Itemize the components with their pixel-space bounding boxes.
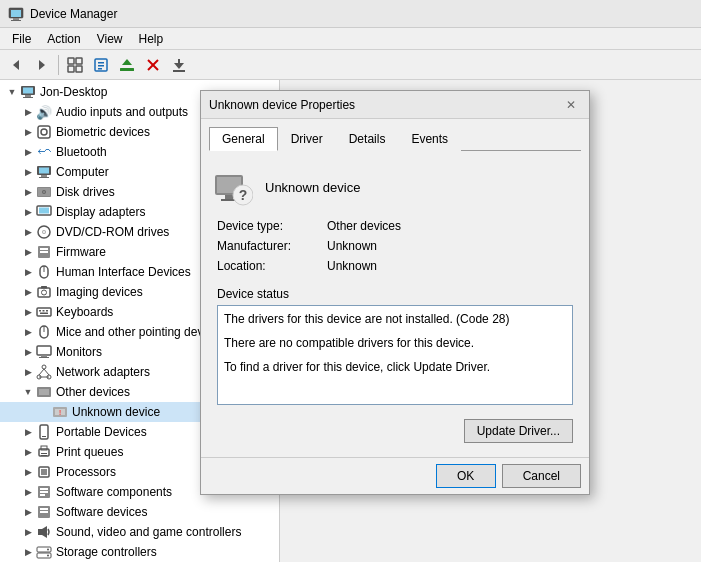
- tree-arrow-other: [20, 384, 36, 400]
- dvd-label: DVD/CD-ROM drives: [56, 225, 169, 239]
- device-status-label: Device status: [217, 287, 573, 301]
- svg-rect-1: [11, 10, 21, 17]
- sound-label: Sound, video and game controllers: [56, 525, 241, 539]
- prop-manufacturer-value: Unknown: [327, 239, 377, 253]
- tree-arrow-bluetooth: [20, 144, 36, 160]
- title-bar-icon: [8, 6, 24, 22]
- svg-rect-42: [40, 251, 48, 253]
- svg-point-34: [43, 191, 45, 193]
- bluetooth-label: Bluetooth: [56, 145, 107, 159]
- svg-rect-14: [120, 68, 134, 71]
- sw-dev-icon: [36, 504, 52, 520]
- sw-comp-icon: [36, 484, 52, 500]
- device-header-icon: ?: [213, 167, 253, 207]
- device-status-box: The drivers for this device are not inst…: [217, 305, 573, 405]
- tree-item-software-dev[interactable]: Software devices: [0, 502, 279, 522]
- dialog-body: General Driver Details Events: [201, 119, 589, 457]
- main-window: Device Manager File Action View Help: [0, 0, 701, 562]
- print-label: Print queues: [56, 445, 123, 459]
- svg-rect-12: [98, 65, 104, 67]
- dvd-icon: [36, 224, 52, 240]
- svg-rect-74: [41, 455, 47, 456]
- tab-events[interactable]: Events: [398, 127, 461, 151]
- tree-arrow-firmware: [20, 244, 36, 260]
- tree-item-sound[interactable]: Sound, video and game controllers: [0, 522, 279, 542]
- device-status-section: Device status The drivers for this devic…: [209, 287, 581, 413]
- cancel-button[interactable]: Cancel: [502, 464, 581, 488]
- tab-bar: General Driver Details Events: [209, 127, 581, 151]
- computer-icon2: [36, 164, 52, 180]
- update-driver-button[interactable]: Update Driver...: [464, 419, 573, 443]
- dialog-title-bar: Unknown device Properties ✕: [201, 91, 589, 119]
- tree-arrow-monitors: [20, 344, 36, 360]
- svg-rect-65: [39, 389, 49, 395]
- portable-label: Portable Devices: [56, 425, 147, 439]
- tree-item-storage[interactable]: Storage controllers: [0, 542, 279, 562]
- processors-label: Processors: [56, 465, 116, 479]
- tab-general[interactable]: General: [209, 127, 278, 151]
- svg-rect-20: [173, 70, 185, 72]
- svg-rect-82: [40, 508, 48, 510]
- svg-rect-24: [23, 97, 33, 98]
- properties-button[interactable]: [89, 53, 113, 77]
- svg-rect-30: [39, 177, 49, 178]
- disk-label: Disk drives: [56, 185, 115, 199]
- download-button[interactable]: [167, 53, 191, 77]
- tree-arrow-processors: [20, 464, 36, 480]
- tree-arrow-hid: [20, 264, 36, 280]
- prop-manufacturer-label: Manufacturer:: [217, 239, 327, 253]
- svg-line-62: [44, 369, 49, 375]
- firmware-label: Firmware: [56, 245, 106, 259]
- uninstall-button[interactable]: [141, 53, 165, 77]
- sw-comp-label: Software components: [56, 485, 172, 499]
- display-icon: [36, 204, 52, 220]
- tab-details[interactable]: Details: [336, 127, 399, 151]
- svg-rect-28: [39, 168, 49, 174]
- prop-location-value: Unknown: [327, 259, 377, 273]
- menu-action[interactable]: Action: [39, 30, 88, 48]
- content-area: Jon-Desktop 🔊 Audio inputs and outputs B…: [0, 80, 701, 562]
- svg-point-89: [47, 555, 49, 557]
- svg-point-88: [47, 549, 49, 551]
- unknown-device-dialog: Unknown device Properties ✕ General Driv…: [200, 90, 590, 495]
- menu-view[interactable]: View: [89, 30, 131, 48]
- ok-button[interactable]: OK: [436, 464, 496, 488]
- prop-manufacturer: Manufacturer: Unknown: [217, 239, 573, 253]
- display-label: Display adapters: [56, 205, 145, 219]
- prop-device-type: Device type: Other devices: [217, 219, 573, 233]
- storage-icon: [36, 544, 52, 560]
- tree-arrow-sw-comp: [20, 484, 36, 500]
- forward-button[interactable]: [30, 53, 54, 77]
- audio-icon: 🔊: [36, 104, 52, 120]
- tab-driver[interactable]: Driver: [278, 127, 336, 151]
- tree-arrow-keyboards: [20, 304, 36, 320]
- sw-dev-label: Software devices: [56, 505, 147, 519]
- tree-arrow-disk: [20, 184, 36, 200]
- storage-label: Storage controllers: [56, 545, 157, 559]
- dialog-title: Unknown device Properties: [209, 98, 355, 112]
- svg-text:?: ?: [239, 187, 248, 203]
- update-button[interactable]: [115, 53, 139, 77]
- svg-rect-48: [37, 308, 51, 316]
- back-button[interactable]: [4, 53, 28, 77]
- scan-button[interactable]: [63, 53, 87, 77]
- tree-arrow-sound: [20, 524, 36, 540]
- svg-rect-50: [43, 310, 45, 312]
- menu-help[interactable]: Help: [131, 30, 172, 48]
- svg-rect-25: [38, 126, 50, 138]
- dialog-close-button[interactable]: ✕: [561, 95, 581, 115]
- prop-location-label: Location:: [217, 259, 327, 273]
- tree-arrow-portable: [20, 424, 36, 440]
- properties-grid: Device type: Other devices Manufacturer:…: [209, 215, 581, 287]
- svg-rect-52: [40, 313, 48, 315]
- device-header-name: Unknown device: [265, 180, 360, 195]
- svg-rect-78: [40, 488, 48, 490]
- imaging-label: Imaging devices: [56, 285, 143, 299]
- menu-file[interactable]: File: [4, 30, 39, 48]
- biometric-label: Biometric devices: [56, 125, 150, 139]
- svg-marker-4: [13, 60, 19, 70]
- tree-arrow-biometric: [20, 124, 36, 140]
- svg-rect-2: [13, 18, 19, 20]
- tree-arrow-network: [20, 364, 36, 380]
- tree-arrow-computer: [20, 164, 36, 180]
